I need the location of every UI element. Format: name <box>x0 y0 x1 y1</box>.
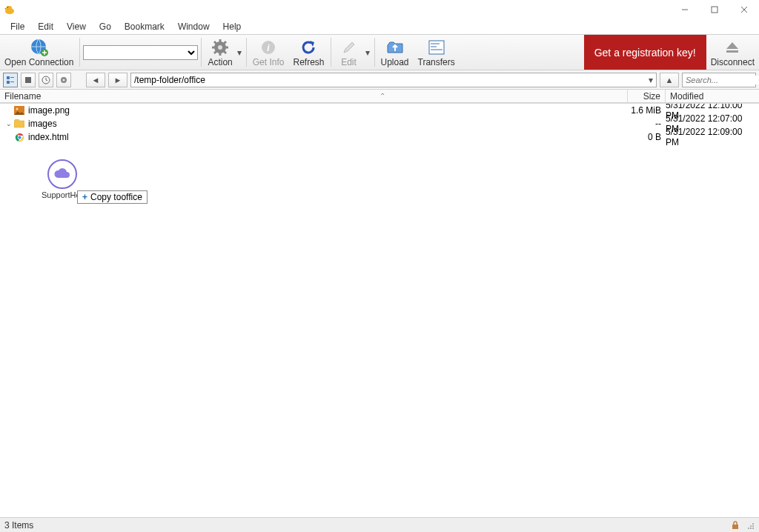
menu-window[interactable]: Window <box>172 20 216 33</box>
path-input[interactable] <box>134 75 649 85</box>
menu-view[interactable]: View <box>61 20 92 33</box>
copy-target: office <box>121 192 142 202</box>
menu-help[interactable]: Help <box>217 20 248 33</box>
toolbar: Open Connection Action ▾ i Get Info Refr… <box>0 34 759 70</box>
path-field[interactable]: ▾ <box>130 73 657 87</box>
column-headers: Filename ⌃ Size Modified <box>0 90 759 103</box>
folder-icon <box>13 119 25 129</box>
svg-point-31 <box>63 79 65 81</box>
search-field[interactable] <box>682 73 756 87</box>
copy-prefix: Copy to <box>90 192 121 202</box>
svg-line-13 <box>214 41 216 44</box>
action-dropdown-icon[interactable]: ▾ <box>237 47 245 58</box>
window-controls <box>670 0 759 19</box>
svg-point-40 <box>750 525 752 527</box>
lock-icon <box>731 521 740 530</box>
file-size: -- <box>629 119 666 129</box>
nav-forward-button[interactable]: ► <box>108 73 127 87</box>
resize-grip-icon[interactable] <box>746 521 755 530</box>
file-size: 1.6 MiB <box>629 105 666 116</box>
edit-label: Edit <box>341 57 357 67</box>
svg-line-16 <box>224 41 226 44</box>
action-label: Action <box>208 57 232 67</box>
expand-toggle[interactable]: ⌄ <box>6 120 13 127</box>
svg-rect-38 <box>732 525 738 529</box>
svg-point-8 <box>218 45 222 50</box>
svg-rect-2 <box>712 7 717 13</box>
svg-point-37 <box>18 136 21 139</box>
refresh-icon <box>299 38 318 57</box>
search-input[interactable] <box>686 76 759 84</box>
action-button[interactable]: Action <box>203 35 236 70</box>
gear-small-button[interactable] <box>56 73 71 87</box>
maximize-button[interactable] <box>700 0 729 19</box>
upload-icon <box>385 38 405 57</box>
svg-point-0 <box>7 7 8 7</box>
col-modified[interactable]: Modified <box>666 90 759 102</box>
navbar: ◄ ► ▾ ▲ <box>0 70 759 90</box>
registration-key-button[interactable]: Get a registration key! <box>584 35 706 70</box>
nav-up-button[interactable]: ▲ <box>660 73 679 87</box>
svg-rect-25 <box>10 77 14 78</box>
svg-point-43 <box>750 528 752 529</box>
close-button[interactable] <box>729 0 759 19</box>
svg-point-39 <box>752 523 754 525</box>
transfers-button[interactable]: Transfers <box>414 35 460 70</box>
file-row[interactable]: image.png 1.6 MiB 5/31/2022 12:10:00 PM <box>0 104 759 117</box>
edit-dropdown-icon[interactable]: ▾ <box>365 47 373 58</box>
globe-plus-icon <box>30 38 49 57</box>
get-info-label: Get Info <box>253 57 285 67</box>
status-items: 3 Items <box>4 520 33 531</box>
info-icon: i <box>259 38 278 57</box>
svg-rect-23 <box>726 50 738 53</box>
svg-point-35 <box>16 108 19 110</box>
view-outline-button[interactable] <box>21 73 36 87</box>
minimize-button[interactable] <box>670 0 700 19</box>
refresh-button[interactable]: Refresh <box>288 35 328 70</box>
file-modified: 5/31/2022 12:09:00 PM <box>666 127 759 147</box>
svg-rect-19 <box>429 41 444 54</box>
file-row[interactable]: index.html 0 B 5/31/2022 12:09:00 PM <box>0 130 759 144</box>
disconnect-label: Disconnect <box>711 57 755 67</box>
file-size: 0 B <box>629 132 666 142</box>
view-list-button[interactable] <box>3 73 18 87</box>
file-row[interactable]: ⌄ images -- 5/31/2022 12:07:00 PM <box>0 117 759 130</box>
svg-point-41 <box>752 525 754 527</box>
clock-button[interactable] <box>39 73 53 87</box>
menu-bookmark[interactable]: Bookmark <box>119 20 170 33</box>
open-connection-label: Open Connection <box>4 57 73 67</box>
status-tray <box>731 521 755 530</box>
file-name: index.html <box>28 132 629 142</box>
svg-rect-28 <box>25 77 31 83</box>
chrome-icon <box>13 132 25 142</box>
menubar: File Edit View Go Bookmark Window Help <box>0 19 759 34</box>
menu-edit[interactable]: Edit <box>32 20 59 33</box>
upload-button[interactable]: Upload <box>377 35 414 70</box>
svg-line-14 <box>224 51 226 53</box>
col-filename[interactable]: Filename <box>0 90 627 102</box>
transfers-label: Transfers <box>418 57 455 67</box>
svg-rect-27 <box>10 82 14 82</box>
quick-connect-combo[interactable] <box>83 45 198 60</box>
drag-tooltip: + Copy to office <box>77 190 148 204</box>
cloud-circle-icon <box>47 159 77 189</box>
gear-icon <box>211 38 230 57</box>
upload-label: Upload <box>381 57 409 67</box>
titlebar <box>0 0 759 19</box>
pencil-icon <box>339 38 359 57</box>
col-size[interactable]: Size <box>628 90 665 102</box>
path-dropdown-icon[interactable]: ▾ <box>649 75 653 85</box>
nav-back-button[interactable]: ◄ <box>86 73 105 87</box>
file-name: image.png <box>28 105 629 116</box>
statusbar: 3 Items <box>0 517 759 532</box>
edit-button[interactable]: Edit <box>333 35 365 70</box>
svg-rect-24 <box>7 76 10 79</box>
image-icon <box>13 105 25 116</box>
file-list: image.png 1.6 MiB 5/31/2022 12:10:00 PM … <box>0 103 759 508</box>
get-info-button[interactable]: i Get Info <box>248 35 289 70</box>
disconnect-button[interactable]: Disconnect <box>706 35 759 70</box>
open-connection-button[interactable]: Open Connection <box>0 35 78 70</box>
menu-go[interactable]: Go <box>93 20 117 33</box>
menu-file[interactable]: File <box>4 20 30 33</box>
app-duck-icon <box>4 4 16 16</box>
